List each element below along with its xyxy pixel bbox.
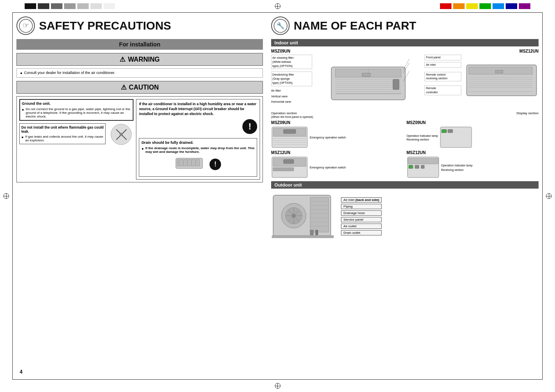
msz09un-left-labels: Air cleaning filter(White bellowstype) (… xyxy=(271,55,312,109)
op-indicator-label: Operation Indicator lamp xyxy=(407,134,438,137)
outdoor-unit-header: Outdoor unit xyxy=(271,181,539,189)
flammable-title: Do not install the unit where flammable … xyxy=(21,125,104,134)
msz12un-display-right: MSZ12UN Operation Indicator lamp Receivi… xyxy=(407,150,539,179)
ground-unit-text: Do not connect the ground to a gas pipe,… xyxy=(25,107,131,118)
svg-rect-68 xyxy=(310,197,329,232)
svg-rect-56 xyxy=(408,158,438,164)
bar-seg-4 xyxy=(64,3,76,9)
svg-rect-30 xyxy=(393,79,399,90)
ground-unit-bullet: ● Do not connect the ground to a gas pip… xyxy=(22,107,131,118)
msz12un-display-labels: Operation Indicator lamp Receiving secti… xyxy=(441,164,473,171)
svg-rect-49 xyxy=(442,129,447,133)
msz12un-op-lamp: Operation Indicator lamp xyxy=(441,164,473,167)
drain-text: If the drainage route is incomplete, wat… xyxy=(145,146,255,154)
msz09un-label: MSZ09UN xyxy=(271,49,461,53)
msz12un-ops-diagram: Emergency operation switch xyxy=(271,156,403,179)
msz12un-ops-label: MSZ12UN xyxy=(271,150,403,155)
bullet-dot: ● xyxy=(20,71,22,75)
msz12un-ops-left: MSZ12UN Emergency operation switch xyxy=(271,150,403,179)
caution-header: ⚠ CAUTION xyxy=(16,81,263,94)
flammable-text: If gas leaks and collects around the uni… xyxy=(25,135,104,142)
caution-triangle: ⚠ xyxy=(121,83,127,91)
top-bar-left xyxy=(25,3,115,9)
svg-rect-26 xyxy=(362,73,371,76)
part-label-remote-ctrl: Remotecontroller xyxy=(424,85,461,95)
svg-rect-54 xyxy=(283,159,294,164)
msz12un-section: MSZ12UN xyxy=(465,49,539,109)
safety-icon: ☞ xyxy=(16,16,35,35)
high-humidity-text: If the air conditioner is installed in a… xyxy=(139,102,257,117)
svg-point-5 xyxy=(120,133,123,136)
svg-rect-47 xyxy=(283,129,296,134)
caution-box: Ground the unit. ● Do not connect the gr… xyxy=(16,96,263,182)
outdoor-unit-img xyxy=(271,191,337,241)
part-label-deodorizing: Deodorizing filter(Gray spongetype) (OPT… xyxy=(271,71,312,86)
receiving-label: Receiving section xyxy=(407,138,438,141)
color-bar-green xyxy=(479,3,491,9)
msz12un-display-diagram: Operation Indicator lamp Receiving secti… xyxy=(407,156,539,179)
part-label-front-panel: Front panel xyxy=(424,55,461,60)
svg-rect-57 xyxy=(409,165,413,168)
op-section-text: Operation section xyxy=(271,111,297,115)
air-inlet-note: (back and side) xyxy=(355,198,379,202)
outdoor-labels: Air inlet (back and side) Piping Drainag… xyxy=(341,197,382,235)
outdoor-diagram: Air inlet (back and side) Piping Drainag… xyxy=(271,191,539,241)
ground-unit-box: Ground the unit. ● Do not connect the gr… xyxy=(19,99,134,121)
top-bar-right xyxy=(440,3,530,9)
drain-danger-icon: ! xyxy=(210,159,221,170)
color-bar-red xyxy=(440,3,451,9)
msz09un-diagram-row: Air cleaning filter(White bellowstype) (… xyxy=(271,55,461,109)
right-column: 🔧 NAME OF EACH PART Indoor unit MSZ09UN … xyxy=(267,16,539,376)
parts-icon: 🔧 xyxy=(271,16,290,35)
svg-rect-50 xyxy=(448,129,453,133)
bar-seg-5 xyxy=(77,3,89,9)
svg-rect-53 xyxy=(273,168,294,171)
crosshair-top xyxy=(275,3,281,9)
svg-rect-7 xyxy=(177,159,200,166)
display-section-label: Display section xyxy=(407,111,539,119)
outdoor-part-drainage: Drainage hose xyxy=(341,210,382,216)
indoor-unit-header: Indoor unit xyxy=(271,39,539,46)
bullet-dot-3: ● xyxy=(21,135,23,139)
msz12un-receiving: Receiving section xyxy=(441,168,473,171)
flammable-bullet: ● If gas leaks and collects around the u… xyxy=(21,135,104,142)
page-border-right xyxy=(542,12,543,380)
left-column: ☞ SAFETY PRECAUTIONS For installation ⚠ … xyxy=(16,16,267,376)
warning-triangle: ⚠ xyxy=(120,55,125,63)
caution-label: CAUTION xyxy=(129,84,159,91)
msz09un-ops-left: MSZ09UN Emergency operation switch xyxy=(271,120,403,149)
color-bar-orange xyxy=(453,3,465,9)
part-label-air-cleaning: Air cleaning filter(White bellowstype) (… xyxy=(271,55,312,69)
operation-section-row: Operation section (When the front panel … xyxy=(271,111,539,119)
warning-header: ⚠ WARNING xyxy=(16,53,263,66)
bar-seg-1 xyxy=(25,3,36,9)
ground-unit-title: Ground the unit. xyxy=(22,101,131,106)
svg-rect-78 xyxy=(272,235,334,238)
parts-title: NAME OF EACH PART xyxy=(294,19,416,32)
warning-label: WARNING xyxy=(128,56,159,63)
parts-section-header: 🔧 NAME OF EACH PART xyxy=(271,16,539,35)
msz12un-emergency-label: Emergency operation switch xyxy=(310,166,346,169)
bar-seg-2 xyxy=(38,3,49,9)
color-bar-yellow xyxy=(466,3,478,9)
outdoor-part-drain-outlet: Drain outlet xyxy=(341,230,382,235)
outdoor-part-service: Service panel xyxy=(341,217,382,222)
crosshair-right xyxy=(546,193,552,199)
svg-text:☞: ☞ xyxy=(23,21,29,30)
caution-left-panels: Ground the unit. ● Do not connect the gr… xyxy=(19,99,134,180)
color-bar-darkblue xyxy=(506,3,517,9)
outdoor-part-piping: Piping xyxy=(341,204,382,209)
warning-bullet-box: ● Consult your dealer for installation o… xyxy=(16,68,263,78)
danger-icon-row: Do not install the unit where flammable … xyxy=(19,123,134,147)
svg-rect-77 xyxy=(315,230,318,235)
danger-icon-container: ! xyxy=(139,119,257,134)
msz12un-label: MSZ12UN xyxy=(465,49,539,53)
bar-seg-6 xyxy=(90,3,102,9)
drain-box: Drain should be fully drained. ● If the … xyxy=(139,138,257,177)
drain-title: Drain should be fully drained. xyxy=(141,141,255,145)
air-inlet-label: Air inlet xyxy=(343,198,355,202)
page-border-bottom xyxy=(12,379,543,380)
part-label-horizontal-vane: Horizontal vane xyxy=(271,100,312,104)
page-border-left xyxy=(12,12,13,380)
outdoor-part-air-outlet: Air outlet xyxy=(341,224,382,229)
